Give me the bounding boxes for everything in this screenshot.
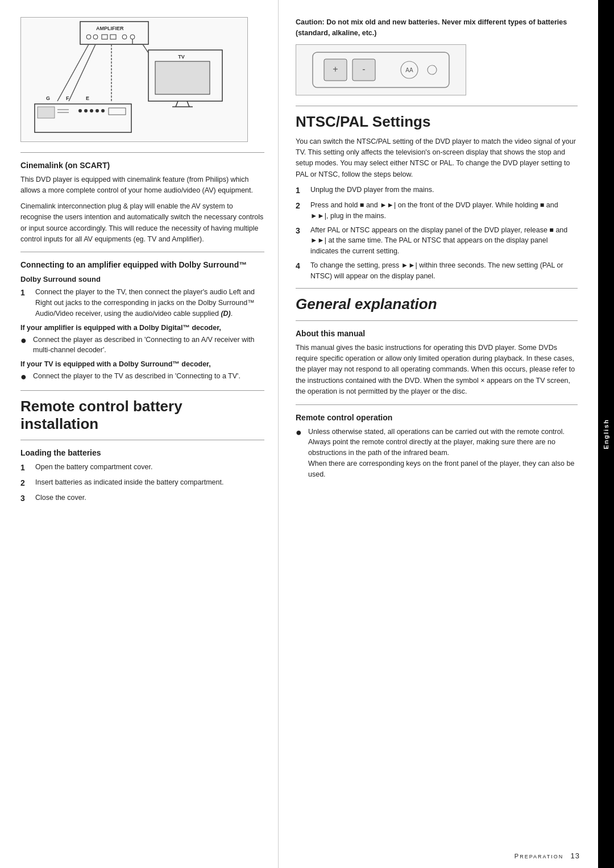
- svg-text:AMPLIFIER: AMPLIFIER: [96, 26, 124, 31]
- ntsc-pal-title: NTSC/PAL Settings: [296, 113, 578, 131]
- svg-line-11: [176, 101, 178, 107]
- svg-text:+: +: [333, 64, 338, 74]
- about-manual-body: This manual gives the basic instructions…: [296, 343, 578, 398]
- step-1-dolby-text: Connect the player to the TV, then conne…: [35, 287, 264, 319]
- cinemalink-para2: Cinemalink interconnection plug & play w…: [20, 201, 264, 245]
- svg-text:E: E: [86, 95, 89, 101]
- ntsc-pal-body: You can switch the NTSC/PAL setting of t…: [296, 136, 578, 181]
- caution-text: Caution: Do not mix old and new batterie…: [296, 17, 578, 39]
- svg-rect-15: [38, 107, 55, 118]
- step-1-dolby: 1 Connect the player to the TV, then con…: [20, 287, 264, 319]
- divider-about: [296, 320, 578, 321]
- footer-page: 13: [571, 852, 580, 860]
- svg-rect-10: [155, 61, 210, 94]
- remote-battery-title: Remote control battery installation: [20, 398, 264, 433]
- page: English AMPLIFIER: [0, 0, 614, 868]
- dolby-digital-bullet-1: ● Connect the player as described in 'Co…: [20, 335, 264, 356]
- svg-rect-0: [80, 22, 148, 44]
- battery-step-1: 1 Open the battery compartment cover.: [20, 462, 264, 474]
- battery-step-2: 2 Insert batteries as indicated inside t…: [20, 477, 264, 489]
- divider-amplifier: [20, 252, 264, 252]
- main-content: AMPLIFIER TV: [0, 0, 598, 868]
- remote-control-bullet-text: Unless otherwise stated, all operations …: [308, 427, 578, 480]
- svg-point-19: [84, 109, 88, 112]
- connection-diagram: AMPLIFIER TV: [20, 17, 248, 142]
- divider-cinemalink: [20, 152, 264, 153]
- svg-point-18: [78, 109, 82, 112]
- left-column: AMPLIFIER TV: [0, 0, 279, 868]
- svg-rect-23: [109, 108, 126, 115]
- svg-text:TV: TV: [178, 54, 185, 60]
- cinemalink-heading: Cinemalink (on SCART): [20, 161, 264, 170]
- general-explanation-title: General explanation: [296, 295, 578, 313]
- divider-ntsc: [296, 106, 578, 106]
- svg-line-27: [143, 44, 148, 53]
- footer-label: PREPARATION: [515, 853, 564, 859]
- side-tab: English: [598, 0, 614, 868]
- dolby-sound-heading: Dolby Surround sound: [20, 275, 264, 283]
- battery-image: + - AA: [296, 44, 466, 95]
- svg-text:G: G: [46, 95, 50, 101]
- remote-control-bullet-1: ● Unless otherwise stated, all operation…: [296, 427, 578, 480]
- right-column: Caution: Do not mix old and new batterie…: [279, 0, 598, 868]
- side-tab-label: English: [603, 419, 609, 449]
- svg-rect-5: [110, 35, 116, 39]
- battery-step-3: 3 Close the cover.: [20, 493, 264, 504]
- svg-rect-4: [102, 35, 107, 39]
- svg-point-2: [86, 35, 91, 39]
- dolby-digital-heading: If your amplifier is equipped with a Dol…: [20, 324, 264, 332]
- dolby-digital-bullets: ● Connect the player as described in 'Co…: [20, 335, 264, 356]
- ntsc-step-4: 4 To change the setting, press ►►| withi…: [296, 260, 578, 282]
- about-manual-heading: About this manual: [296, 329, 578, 338]
- svg-point-6: [122, 35, 127, 39]
- dolby-surround-decoder-bullets: ● Connect the player to the TV as descri…: [20, 371, 264, 383]
- svg-point-7: [130, 35, 135, 39]
- svg-point-22: [101, 109, 105, 112]
- dolby-sound-steps: 1 Connect the player to the TV, then con…: [20, 287, 264, 319]
- footer: PREPARATION 13: [515, 852, 580, 860]
- amplifier-heading: Connecting to an amplifier equipped with…: [20, 260, 264, 269]
- divider-general: [296, 288, 578, 289]
- ntsc-step-2: 2 Press and hold ■ and ►►| on the front …: [296, 200, 578, 222]
- svg-point-39: [428, 65, 437, 74]
- divider-remote-op: [296, 404, 578, 405]
- loading-batteries-heading: Loading the batteries: [20, 448, 264, 457]
- svg-point-20: [90, 109, 93, 112]
- svg-text:F: F: [66, 95, 69, 101]
- svg-text:AA: AA: [405, 67, 413, 73]
- ntsc-pal-steps: 1 Unplug the DVD player from the mains. …: [296, 185, 578, 281]
- divider-loading: [20, 440, 264, 440]
- ntsc-step-3: 3 After PAL or NTSC appears on the displ…: [296, 225, 578, 257]
- dolby-surround-decoder-bullet-1: ● Connect the player to the TV as descri…: [20, 371, 264, 383]
- remote-control-bullets: ● Unless otherwise stated, all operation…: [296, 427, 578, 480]
- remote-control-heading: Remote control operation: [296, 413, 578, 422]
- cinemalink-para1: This DVD player is equipped with cinemal…: [20, 174, 264, 197]
- battery-steps: 1 Open the battery compartment cover. 2 …: [20, 462, 264, 504]
- svg-line-12: [187, 101, 189, 107]
- svg-point-21: [96, 109, 99, 112]
- divider-battery: [20, 390, 264, 391]
- svg-point-3: [93, 35, 98, 39]
- svg-text:-: -: [362, 64, 365, 74]
- dolby-surround-decoder-heading: If your TV is equipped with a Dolby Surr…: [20, 360, 264, 368]
- ntsc-step-1: 1 Unplug the DVD player from the mains.: [296, 185, 578, 197]
